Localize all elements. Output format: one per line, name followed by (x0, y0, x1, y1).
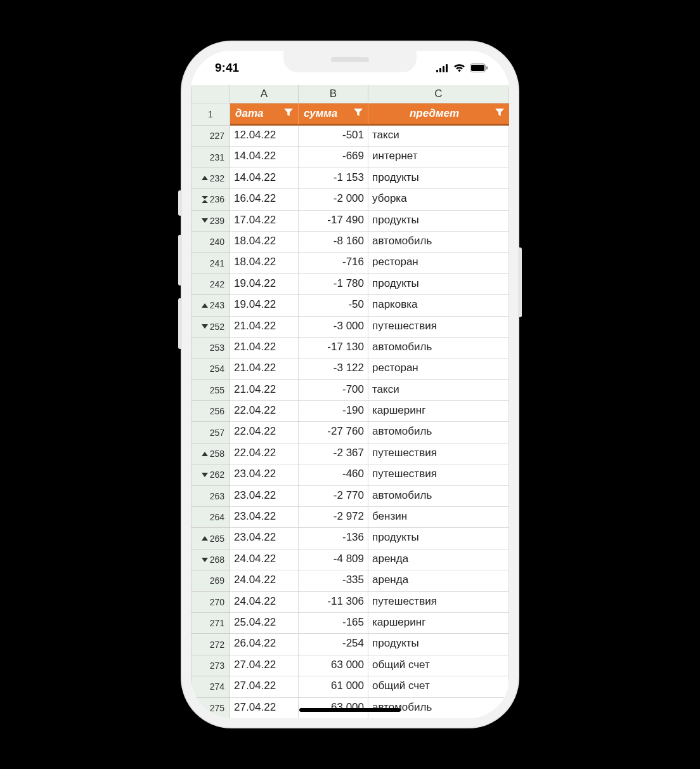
table-row[interactable]: 25722.04.22-27 760автомобиль (191, 422, 509, 443)
table-row[interactable]: 26323.04.22-2 770автомобиль (191, 486, 509, 507)
row-number[interactable]: 258 (191, 444, 230, 464)
cell-amount[interactable]: 63 000 (299, 655, 368, 676)
group-expand-up-icon[interactable] (202, 536, 208, 541)
group-expand-down-icon[interactable] (202, 218, 208, 223)
cell-amount[interactable]: -165 (299, 613, 368, 634)
table-row[interactable]: 26924.04.22-335аренда (191, 570, 509, 591)
cell-amount[interactable]: -2 770 (299, 486, 368, 507)
header-date[interactable]: дата (230, 103, 299, 126)
cell-subject[interactable]: автомобиль (368, 486, 509, 507)
cell-amount[interactable]: -136 (299, 528, 368, 549)
cell-subject[interactable]: аренда (368, 549, 509, 570)
table-row[interactable]: 25622.04.22-190каршеринг (191, 401, 509, 422)
group-expand-down-icon[interactable] (202, 473, 208, 477)
cell-subject[interactable]: путешествия (368, 464, 509, 485)
row-number[interactable]: 242 (191, 274, 230, 295)
cell-date[interactable]: 22.04.22 (230, 422, 299, 443)
cell-date[interactable]: 27.04.22 (230, 676, 299, 697)
column-header-b[interactable]: B (299, 85, 368, 103)
cell-amount[interactable]: -17 490 (299, 211, 368, 232)
cell-subject[interactable]: уборка (368, 189, 509, 210)
cell-amount[interactable]: -716 (299, 253, 368, 273)
cell-amount[interactable]: -669 (299, 147, 368, 168)
table-row[interactable]: 24219.04.22-1 780продукты (191, 274, 509, 295)
cell-amount[interactable]: -254 (299, 634, 368, 655)
cell-subject[interactable]: путешествия (368, 592, 509, 613)
cell-subject[interactable]: путешествия (368, 444, 509, 464)
table-row[interactable]: 25221.04.22-3 000путешествия (191, 317, 509, 338)
row-number[interactable]: 264 (191, 507, 230, 528)
table-row[interactable]: 27226.04.22-254продукты (191, 634, 509, 655)
table-row[interactable]: 22712.04.22-501такси (191, 126, 509, 147)
table-row[interactable]: 24118.04.22-716ресторан (191, 253, 509, 273)
filter-icon[interactable] (284, 107, 293, 120)
table-row[interactable]: 27427.04.2261 000общий счет (191, 676, 509, 697)
group-expand-down-icon[interactable] (202, 324, 208, 329)
cell-amount[interactable]: -4 809 (299, 549, 368, 570)
row-number[interactable]: 275 (191, 698, 230, 718)
header-amount[interactable]: сумма (299, 103, 368, 126)
cell-subject[interactable]: продукты (368, 168, 509, 189)
row-number-header[interactable]: 1 (191, 103, 230, 126)
cell-amount[interactable]: -11 306 (299, 592, 368, 613)
cell-date[interactable]: 21.04.22 (230, 338, 299, 358)
cell-date[interactable]: 19.04.22 (230, 295, 299, 316)
row-number[interactable]: 239 (191, 211, 230, 232)
row-number[interactable]: 269 (191, 570, 230, 591)
cell-date[interactable]: 17.04.22 (230, 211, 299, 232)
row-number[interactable]: 231 (191, 147, 230, 168)
cell-amount[interactable]: -2 972 (299, 507, 368, 528)
cell-subject[interactable]: такси (368, 380, 509, 401)
table-row[interactable]: 23917.04.22-17 490продукты (191, 211, 509, 232)
cell-date[interactable]: 27.04.22 (230, 698, 299, 718)
cell-subject[interactable]: общий счет (368, 655, 509, 676)
table-row[interactable]: 25521.04.22-700такси (191, 380, 509, 401)
group-expand-up-icon[interactable] (202, 452, 208, 456)
table-row[interactable]: 27024.04.22-11 306путешествия (191, 592, 509, 613)
row-number[interactable]: 262 (191, 464, 230, 485)
row-number[interactable]: 256 (191, 401, 230, 422)
table-row[interactable]: 25822.04.22-2 367путешествия (191, 444, 509, 464)
filter-icon[interactable] (354, 107, 363, 120)
cell-subject[interactable]: продукты (368, 528, 509, 549)
row-number[interactable]: 252 (191, 317, 230, 338)
cell-subject[interactable]: продукты (368, 634, 509, 655)
row-number[interactable]: 273 (191, 655, 230, 676)
select-all-corner[interactable] (191, 85, 230, 103)
table-row[interactable]: 24018.04.22-8 160автомобиль (191, 232, 509, 253)
table-row[interactable]: 26523.04.22-136продукты (191, 528, 509, 549)
header-subject[interactable]: предмет (368, 103, 509, 126)
cell-amount[interactable]: -1 780 (299, 274, 368, 295)
cell-subject[interactable]: продукты (368, 274, 509, 295)
cell-date[interactable]: 16.04.22 (230, 189, 299, 210)
cell-amount[interactable]: -190 (299, 401, 368, 422)
cell-date[interactable]: 18.04.22 (230, 232, 299, 253)
row-number[interactable]: 257 (191, 422, 230, 443)
cell-subject[interactable]: парковка (368, 295, 509, 316)
table-row[interactable]: 26824.04.22-4 809аренда (191, 549, 509, 570)
row-number[interactable]: 268 (191, 549, 230, 570)
cell-date[interactable]: 23.04.22 (230, 486, 299, 507)
row-number[interactable]: 270 (191, 592, 230, 613)
cell-date[interactable]: 23.04.22 (230, 464, 299, 485)
table-row[interactable]: 23616.04.22-2 000уборка (191, 189, 509, 210)
table-row[interactable]: 25421.04.22-3 122ресторан (191, 358, 509, 379)
row-number[interactable]: 253 (191, 338, 230, 358)
table-row[interactable]: 23214.04.22-1 153продукты (191, 168, 509, 189)
column-header-a[interactable]: A (230, 85, 299, 103)
group-expand-up-icon[interactable] (202, 176, 208, 180)
cell-amount[interactable]: -8 160 (299, 232, 368, 253)
cell-date[interactable]: 26.04.22 (230, 634, 299, 655)
cell-date[interactable]: 14.04.22 (230, 147, 299, 168)
row-number[interactable]: 274 (191, 676, 230, 697)
cell-date[interactable]: 25.04.22 (230, 613, 299, 634)
row-number[interactable]: 255 (191, 380, 230, 401)
row-number[interactable]: 243 (191, 295, 230, 316)
cell-subject[interactable]: автомобиль (368, 338, 509, 358)
cell-date[interactable]: 21.04.22 (230, 380, 299, 401)
cell-amount[interactable]: -2 000 (299, 189, 368, 210)
cell-date[interactable]: 12.04.22 (230, 126, 299, 147)
group-collapse-icon[interactable] (202, 196, 208, 203)
cell-amount[interactable]: -700 (299, 380, 368, 401)
cell-amount[interactable]: -17 130 (299, 338, 368, 358)
